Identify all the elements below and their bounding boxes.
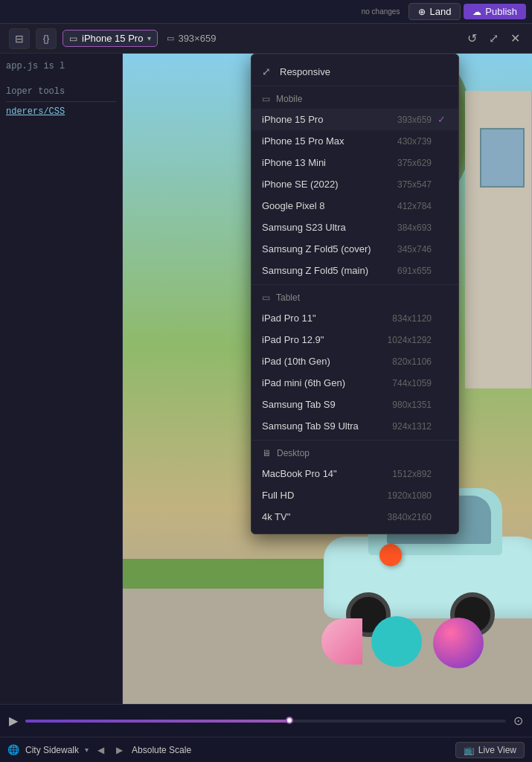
device-name-label: iPhone 15 Pro xyxy=(82,33,143,44)
tablet-section-icon: ▭ xyxy=(262,292,270,303)
live-view-icon: 📺 xyxy=(464,745,475,755)
device-macbookpro14[interactable]: MacBook Pro 14" 1512x892 xyxy=(251,463,458,484)
external-link-icon[interactable]: ⤢ xyxy=(486,30,501,47)
land-icon: ⊕ xyxy=(418,7,426,17)
scene-name-label: City Sidewalk xyxy=(25,745,79,755)
device-googlepixel8[interactable]: Google Pixel 8 412x784 xyxy=(251,195,458,217)
device-samsungtabs9[interactable]: Samsung Tab S9 980x1351 xyxy=(251,394,458,415)
device-selector-button[interactable]: ▭ iPhone 15 Pro ▾ xyxy=(63,30,158,47)
device-samsungs23ultra[interactable]: Samsung S23 Ultra 384x693 xyxy=(251,217,458,238)
main-area: app.js is l loper tools nderers/CSS xyxy=(0,54,532,704)
refresh-icon[interactable]: ↺ xyxy=(464,30,480,47)
desktop-section-header: 🖥 Desktop xyxy=(251,444,458,463)
responsive-label: Responsive xyxy=(280,66,330,77)
device-4ktv[interactable]: 4k TV" 3840x2160 xyxy=(251,506,458,528)
tablet-section-label: Tablet xyxy=(276,292,300,303)
device-samsungtabs9ultra[interactable]: Samsung Tab S9 Ultra 924x1312 xyxy=(251,415,458,437)
code-toggle-button[interactable]: {} xyxy=(36,28,57,49)
timeline-progress xyxy=(25,720,289,723)
timeline-bar: ▶ ⊙ xyxy=(0,704,532,737)
mobile-section-icon: ▭ xyxy=(262,94,270,104)
responsive-option[interactable]: ⤢ Responsive xyxy=(251,60,458,83)
device-ipadpro11[interactable]: iPad Pro 11" 834x1120 xyxy=(251,307,458,329)
publish-button[interactable]: ☁ Publish xyxy=(464,4,526,19)
device-ipadpro129[interactable]: iPad Pro 12.9" 1024x1292 xyxy=(251,329,458,350)
panels-icon: ⊟ xyxy=(15,33,24,45)
device-iphone13mini[interactable]: iPhone 13 Mini 375x629 xyxy=(251,152,458,173)
device-samsungzfold5cover[interactable]: Samsung Z Fold5 (cover) 345x746 xyxy=(251,238,458,260)
device-dropdown-menu[interactable]: ⤢ Responsive ▭ Mobile iPhone 15 Pro 393x… xyxy=(251,54,459,534)
resolution-display: ▭ 393×659 xyxy=(167,33,216,44)
timeline-settings-icon[interactable]: ⊙ xyxy=(513,714,523,728)
tablet-section-header: ▭ Tablet xyxy=(251,288,458,307)
play-button[interactable]: ▶ xyxy=(9,714,18,728)
divider-2 xyxy=(251,284,458,285)
device-ipad10thgen[interactable]: iPad (10th Gen) 820x1106 xyxy=(251,350,458,372)
resolution-frame-icon: ▭ xyxy=(167,33,174,43)
device-fullhd[interactable]: Full HD 1920x1080 xyxy=(251,484,458,506)
chevron-down-icon: ▾ xyxy=(147,34,151,42)
scene-dropdown-arrow-icon[interactable]: ▾ xyxy=(85,746,89,754)
desktop-section-icon: 🖥 xyxy=(262,448,271,458)
close-icon[interactable]: ✕ xyxy=(507,30,523,47)
status-bar: 🌐 City Sidewalk ▾ ◀ ▶ Absolute Scale 📺 L… xyxy=(0,737,532,762)
code-line-3: loper tools xyxy=(6,86,116,97)
resize-icon: ⤢ xyxy=(262,65,271,77)
code-line-1: app.js is l xyxy=(6,61,116,71)
code-line-2 xyxy=(6,74,116,84)
divider-1 xyxy=(251,86,458,86)
timeline-handle[interactable] xyxy=(286,717,293,724)
code-editor-panel: app.js is l loper tools nderers/CSS xyxy=(0,54,123,704)
panels-toggle-button[interactable]: ⊟ xyxy=(9,28,30,49)
live-view-button[interactable]: 📺 Live View xyxy=(455,742,525,758)
publish-icon: ☁ xyxy=(472,7,481,17)
globe-icon: 🌐 xyxy=(7,744,19,755)
scale-label: Absolute Scale xyxy=(132,745,191,755)
mobile-section-label: Mobile xyxy=(276,94,302,104)
land-button[interactable]: ⊕ Land xyxy=(408,3,461,20)
device-iphonese2022[interactable]: iPhone SE (2022) 375x547 xyxy=(251,173,458,195)
nav-next-icon[interactable]: ▶ xyxy=(116,745,123,755)
mobile-section-header: ▭ Mobile xyxy=(251,89,458,109)
device-iphone15promax[interactable]: iPhone 15 Pro Max 430x739 xyxy=(251,130,458,152)
top-bar: no changes ⊕ Land ☁ Publish xyxy=(0,0,532,24)
desktop-section-label: Desktop xyxy=(277,448,310,458)
nav-prev-icon[interactable]: ◀ xyxy=(97,745,104,755)
mobile-device-icon: ▭ xyxy=(69,33,77,44)
code-line-4: nderers/CSS xyxy=(6,106,116,117)
timeline-track[interactable] xyxy=(25,720,506,723)
resolution-label: 393×659 xyxy=(178,33,216,44)
toolbar-right: ↺ ⤢ ✕ xyxy=(464,30,523,47)
device-iphone15pro[interactable]: iPhone 15 Pro 393x659 ✓ xyxy=(251,109,458,130)
divider-3 xyxy=(251,440,458,441)
code-icon: {} xyxy=(43,33,50,44)
device-samsungzfold5main[interactable]: Samsung Z Fold5 (main) 691x655 xyxy=(251,260,458,281)
toolbar: ⊟ {} ▭ iPhone 15 Pro ▾ ▭ 393×659 ↺ ⤢ ✕ xyxy=(0,24,532,54)
preview-area: ⤢ Responsive ▭ Mobile iPhone 15 Pro 393x… xyxy=(123,54,532,704)
device-ipadmini6thgen[interactable]: iPad mini (6th Gen) 744x1059 xyxy=(251,372,458,394)
no-changes-label: no changes xyxy=(362,7,400,16)
